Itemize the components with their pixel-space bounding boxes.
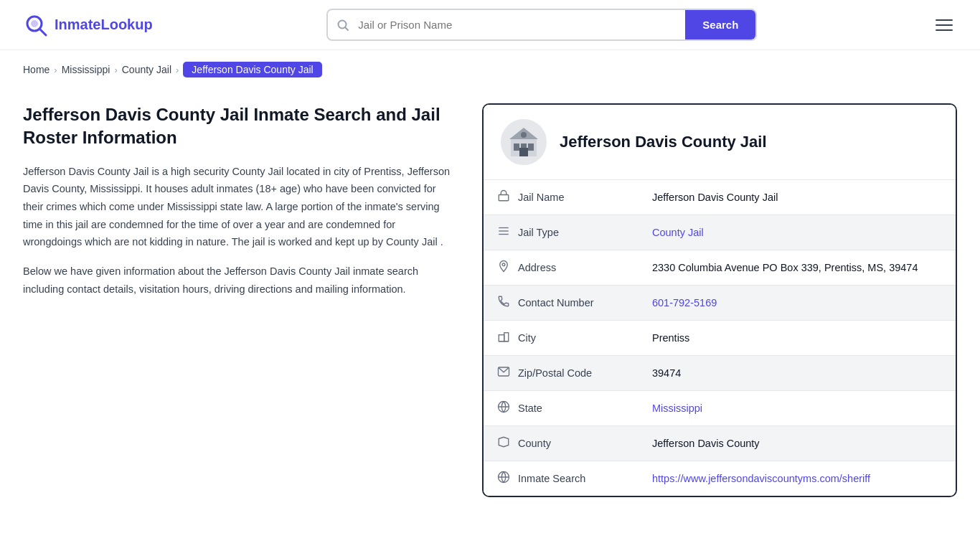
svg-rect-7 — [514, 143, 519, 151]
row-label-cell: County — [484, 426, 627, 461]
svg-line-1 — [39, 29, 46, 35]
jail-building-icon — [507, 125, 541, 159]
breadcrumb: Home › Mississippi › County Jail › Jeffe… — [0, 50, 980, 89]
phone-icon — [496, 295, 511, 311]
search-input[interactable] — [358, 11, 685, 38]
svg-point-16 — [502, 263, 505, 266]
zip-icon — [496, 365, 511, 381]
row-value-cell[interactable]: https://www.jeffersondaviscountyms.com/s… — [639, 461, 956, 496]
breadcrumb-sep-2: › — [114, 65, 117, 75]
info-card-title: Jefferson Davis County Jail — [560, 133, 767, 151]
svg-rect-17 — [499, 335, 504, 342]
logo[interactable]: InmateLookup — [23, 12, 153, 38]
table-row: Zip/Postal Code39474 — [484, 356, 956, 391]
row-value-link[interactable]: https://www.jeffersondaviscountyms.com/s… — [652, 473, 870, 484]
breadcrumb-home[interactable]: Home — [23, 64, 50, 75]
row-label-cell: Address — [484, 250, 627, 285]
svg-point-2 — [31, 20, 38, 27]
right-column: Jefferson Davis County Jail Jail NameJef… — [482, 103, 957, 497]
table-row: Jail NameJefferson Davis County Jail — [484, 180, 956, 215]
row-label-cell: Jail Name — [484, 180, 627, 215]
row-label-cell: Contact Number — [484, 286, 627, 320]
menu-button[interactable] — [931, 15, 957, 35]
row-label-cell: Zip/Postal Code — [484, 356, 627, 390]
svg-rect-18 — [504, 333, 509, 342]
svg-rect-10 — [519, 148, 528, 156]
search-button[interactable]: Search — [685, 10, 755, 39]
row-value-cell[interactable]: County Jail — [639, 215, 956, 250]
table-row: Jail TypeCounty Jail — [484, 215, 956, 250]
row-label-cell: City — [484, 321, 627, 355]
menu-icon-line3 — [936, 29, 953, 31]
breadcrumb-type[interactable]: County Jail — [122, 64, 171, 75]
row-value-cell[interactable]: 601-792-5169 — [639, 286, 956, 321]
page-title: Jefferson Davis County Jail Inmate Searc… — [23, 103, 453, 150]
info-table: Jail NameJefferson Davis County JailJail… — [484, 179, 956, 496]
svg-rect-9 — [528, 143, 534, 151]
logo-text: InmateLookup — [55, 17, 153, 33]
row-value-link[interactable]: County Jail — [652, 227, 704, 238]
description-paragraph-1: Jefferson Davis County Jail is a high se… — [23, 163, 453, 251]
menu-icon-line2 — [936, 24, 953, 26]
svg-point-11 — [521, 132, 527, 138]
table-row: CountyJefferson Davis County — [484, 426, 956, 461]
address-icon — [496, 260, 511, 276]
description-paragraph-2: Below we have given information about th… — [23, 263, 453, 298]
row-value-link[interactable]: Mississippi — [652, 402, 702, 414]
main-content: Jefferson Davis County Jail Inmate Searc… — [0, 89, 980, 526]
table-row: Inmate Searchhttps://www.jeffersondavisc… — [484, 461, 956, 496]
table-row: Contact Number601-792-5169 — [484, 286, 956, 321]
jail-name-icon — [496, 189, 511, 205]
row-value-cell: Jefferson Davis County — [639, 426, 956, 461]
row-label-cell: Jail Type — [484, 215, 627, 250]
city-icon — [496, 330, 511, 346]
table-row: Address2330 Columbia Avenue PO Box 339, … — [484, 250, 956, 286]
row-value-cell: Jefferson Davis County Jail — [639, 180, 956, 215]
table-row: StateMississippi — [484, 391, 956, 426]
svg-line-4 — [346, 27, 349, 30]
info-card: Jefferson Davis County Jail Jail NameJef… — [482, 103, 957, 497]
breadcrumb-current: Jefferson Davis County Jail — [183, 62, 321, 77]
row-label-cell: Inmate Search — [484, 461, 627, 496]
row-value-link[interactable]: 601-792-5169 — [652, 297, 717, 309]
info-card-header: Jefferson Davis County Jail — [484, 105, 956, 179]
state-icon — [496, 400, 511, 416]
menu-icon-line1 — [936, 19, 953, 21]
table-row: CityPrentiss — [484, 321, 956, 356]
row-value-cell: 39474 — [639, 356, 956, 391]
svg-marker-23 — [499, 437, 509, 447]
search-icon — [328, 19, 358, 32]
svg-rect-12 — [499, 195, 509, 201]
left-column: Jefferson Davis County Jail Inmate Searc… — [23, 103, 482, 497]
jail-type-icon — [496, 225, 511, 240]
search-bar: Search — [326, 9, 757, 41]
breadcrumb-state[interactable]: Mississippi — [62, 64, 110, 75]
breadcrumb-sep-3: › — [176, 65, 179, 75]
row-value-cell: 2330 Columbia Avenue PO Box 339, Prentis… — [639, 250, 956, 286]
jail-avatar — [501, 119, 547, 165]
inmate-search-icon — [496, 471, 511, 486]
row-label-cell: State — [484, 391, 627, 425]
row-value-cell: Prentiss — [639, 321, 956, 356]
county-icon — [496, 435, 511, 451]
breadcrumb-sep-1: › — [54, 65, 57, 75]
logo-icon — [23, 12, 49, 38]
row-value-cell[interactable]: Mississippi — [639, 391, 956, 426]
header: InmateLookup Search — [0, 0, 980, 50]
